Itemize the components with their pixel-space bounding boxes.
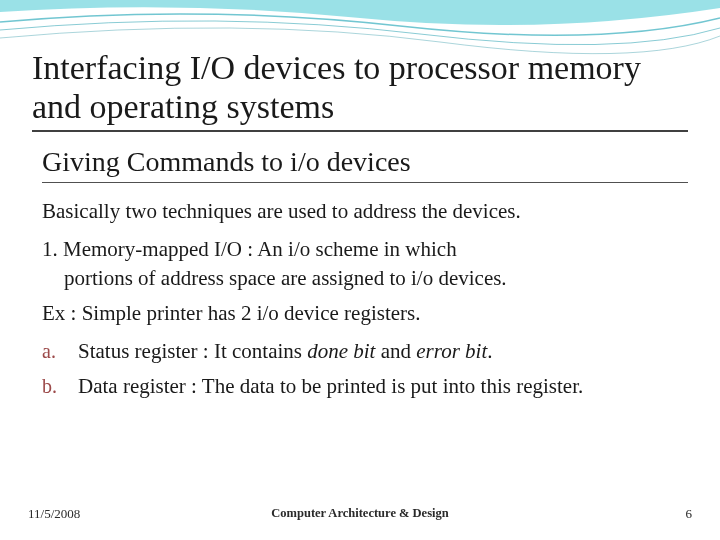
slide-title: Interfacing I/O devices to processor mem… [32, 48, 688, 126]
subtitle-underline [42, 182, 688, 183]
list-item-a: a. Status register : It contains done bi… [42, 337, 688, 366]
slide: Interfacing I/O devices to processor mem… [0, 0, 720, 540]
numbered-item-1: 1. Memory-mapped I/O : An i/o scheme in … [42, 235, 688, 294]
example-text: Ex : Simple printer has 2 i/o device reg… [42, 299, 688, 328]
footer-date: 11/5/2008 [28, 506, 80, 522]
body-a: Status register : It contains done bit a… [78, 337, 688, 366]
footer: 11/5/2008 Computer Architecture & Design… [0, 506, 720, 522]
list-item-b: b. Data register : The data to be printe… [42, 372, 688, 401]
error-bit-term: error bit [416, 339, 487, 363]
lettered-list: a. Status register : It contains done bi… [42, 337, 688, 402]
title-underline [32, 130, 688, 132]
a-and: and [375, 339, 416, 363]
item1-cont: portions of address space are assigned t… [42, 264, 688, 293]
footer-title: Computer Architecture & Design [271, 506, 448, 521]
a-pre: Status register : It contains [78, 339, 307, 363]
intro-text: Basically two techniques are used to add… [42, 197, 688, 226]
item1-lead: 1. Memory-mapped I/O : An i/o scheme in … [42, 237, 457, 261]
a-period: . [487, 339, 492, 363]
marker-b: b. [42, 372, 78, 401]
body-b: Data register : The data to be printed i… [78, 372, 688, 401]
marker-a: a. [42, 337, 78, 366]
footer-page-number: 6 [686, 506, 693, 522]
slide-subtitle: Giving Commands to i/o devices [42, 146, 688, 178]
done-bit-term: done bit [307, 339, 375, 363]
content-area: Basically two techniques are used to add… [42, 197, 688, 401]
